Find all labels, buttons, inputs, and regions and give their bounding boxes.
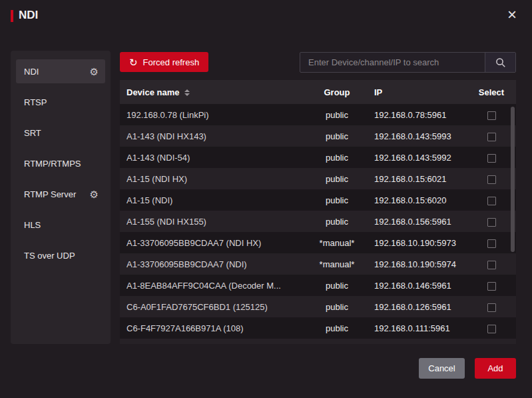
scrollbar-track[interactable] bbox=[511, 107, 515, 341]
row-checkbox[interactable] bbox=[487, 111, 496, 120]
sidebar-item-srt[interactable]: SRT bbox=[16, 117, 105, 148]
cell-ip: 192.168.0.156:5961 bbox=[374, 217, 475, 227]
header-device-name[interactable]: Device name bbox=[127, 87, 300, 97]
table-row: C6-F4F7927A166B971A (108) public 192.168… bbox=[120, 317, 516, 339]
sidebar-item-label: RTSP bbox=[24, 97, 47, 107]
row-checkbox[interactable] bbox=[487, 282, 496, 291]
gear-icon[interactable]: ⚙ bbox=[90, 67, 99, 77]
header-device-label: Device name bbox=[127, 87, 180, 97]
cell-device: A1-15 (NDI) bbox=[127, 195, 300, 205]
table-row: 192.168.0.78 (LinkPi) public 192.168.0.7… bbox=[120, 104, 516, 125]
cell-group: public bbox=[300, 195, 374, 205]
search-button[interactable] bbox=[485, 53, 515, 72]
cell-device: A1-33706095BB9CDAA7 (NDI) bbox=[127, 259, 300, 269]
sidebar-item-label: HLS bbox=[24, 220, 41, 230]
sort-icon[interactable] bbox=[184, 89, 190, 96]
table-row: A1-15 (NDI HX) public 192.168.0.15:6021 bbox=[120, 168, 516, 189]
table-row: A1-8EAB84AFF9C04CAA (Decoder M... public… bbox=[120, 275, 516, 296]
cell-ip: 192.168.10.190:5973 bbox=[374, 238, 475, 248]
cell-ip: 192.168.0.15:6020 bbox=[374, 195, 475, 205]
cell-ip: 192.168.0.126:5961 bbox=[374, 302, 475, 312]
cell-ip: 192.168.0.78:5961 bbox=[374, 110, 475, 120]
header-group: Group bbox=[300, 87, 374, 97]
row-checkbox[interactable] bbox=[487, 175, 496, 184]
table-body: 192.168.0.78 (LinkPi) public 192.168.0.7… bbox=[120, 104, 516, 339]
table-row: A1-143 (NDI HX143) public 192.168.0.143:… bbox=[120, 125, 516, 147]
search-input[interactable] bbox=[300, 53, 485, 72]
row-checkbox[interactable] bbox=[487, 325, 496, 333]
sidebar-item-hls[interactable]: HLS bbox=[16, 209, 105, 240]
row-checkbox[interactable] bbox=[487, 303, 496, 312]
sidebar: NDI ⚙ RTSP SRT RTMP/RTMPS RTMP Server ⚙ … bbox=[11, 51, 111, 344]
row-checkbox[interactable] bbox=[487, 218, 496, 227]
cell-group: public bbox=[300, 217, 374, 227]
refresh-icon: ↻ bbox=[129, 57, 138, 67]
search-icon bbox=[495, 57, 506, 68]
sidebar-item-label: SRT bbox=[24, 128, 41, 138]
header-ip: IP bbox=[374, 87, 475, 97]
cell-device: A1-33706095BB9CDAA7 (NDI HX) bbox=[127, 238, 300, 248]
row-checkbox[interactable] bbox=[487, 133, 496, 141]
title-accent-bar bbox=[11, 10, 13, 22]
cell-device: 192.168.0.78 (LinkPi) bbox=[127, 110, 300, 120]
cell-group: public bbox=[300, 110, 374, 120]
cell-ip: 192.168.0.143:5993 bbox=[374, 131, 475, 141]
row-checkbox[interactable] bbox=[487, 239, 496, 248]
table-row: C6-A0F1FAD7675CF6BD1 (125125) public 192… bbox=[120, 296, 516, 317]
sidebar-item-rtmp-server[interactable]: RTMP Server ⚙ bbox=[16, 179, 105, 209]
cell-device: A1-8EAB84AFF9C04CAA (Decoder M... bbox=[127, 281, 300, 291]
search-box bbox=[300, 52, 516, 73]
cell-ip: 192.168.0.143:5992 bbox=[374, 153, 475, 163]
cell-group: public bbox=[300, 281, 374, 291]
sidebar-item-rtsp[interactable]: RTSP bbox=[16, 87, 105, 117]
sidebar-item-label: RTMP Server bbox=[24, 189, 76, 199]
cell-group: public bbox=[300, 323, 374, 333]
row-checkbox[interactable] bbox=[487, 154, 496, 163]
cell-ip: 192.168.0.146:5961 bbox=[374, 281, 475, 291]
close-icon[interactable]: × bbox=[503, 5, 521, 24]
table-header-row: Device name Group IP Select bbox=[120, 80, 516, 104]
add-button[interactable]: Add bbox=[475, 358, 516, 379]
table-row: A1-33706095BB9CDAA7 (NDI) *manual* 192.1… bbox=[120, 253, 516, 275]
row-checkbox[interactable] bbox=[487, 197, 496, 205]
sidebar-item-ts-over-udp[interactable]: TS over UDP bbox=[16, 240, 105, 271]
header-select: Select bbox=[475, 87, 508, 97]
forced-refresh-button[interactable]: ↻ Forced refresh bbox=[120, 52, 208, 72]
gear-icon[interactable]: ⚙ bbox=[90, 189, 99, 199]
sidebar-item-label: NDI bbox=[24, 67, 39, 77]
cell-device: A1-15 (NDI HX) bbox=[127, 174, 300, 184]
scrollbar-thumb[interactable] bbox=[511, 107, 515, 252]
cell-group: public bbox=[300, 302, 374, 312]
cell-ip: 192.168.10.190:5974 bbox=[374, 259, 475, 269]
device-table: Device name Group IP Select 192.168.0.78… bbox=[120, 80, 516, 344]
table-row: A1-143 (NDI-54) public 192.168.0.143:599… bbox=[120, 147, 516, 168]
forced-refresh-label: Forced refresh bbox=[143, 57, 200, 67]
cell-ip: 192.168.0.15:6021 bbox=[374, 174, 475, 184]
cell-device: C6-F4F7927A166B971A (108) bbox=[127, 323, 300, 333]
cell-group: public bbox=[300, 131, 374, 141]
cell-device: C6-A0F1FAD7675CF6BD1 (125125) bbox=[127, 302, 300, 312]
cell-device: A1-155 (NDI HX155) bbox=[127, 217, 300, 227]
sidebar-item-ndi[interactable]: NDI ⚙ bbox=[16, 59, 105, 83]
cell-device: A1-143 (NDI HX143) bbox=[127, 131, 300, 141]
cell-group: public bbox=[300, 174, 374, 184]
table-row: A1-155 (NDI HX155) public 192.168.0.156:… bbox=[120, 211, 516, 232]
cell-group: *manual* bbox=[300, 259, 374, 269]
sidebar-item-rtmp-rtmps[interactable]: RTMP/RTMPS bbox=[16, 148, 105, 179]
row-checkbox[interactable] bbox=[487, 261, 496, 269]
cancel-button[interactable]: Cancel bbox=[419, 358, 465, 379]
dialog-title: NDI bbox=[19, 9, 38, 22]
sidebar-item-label: RTMP/RTMPS bbox=[24, 159, 81, 169]
partial-row bbox=[120, 339, 516, 344]
sidebar-item-label: TS over UDP bbox=[24, 251, 75, 261]
table-row: A1-15 (NDI) public 192.168.0.15:6020 bbox=[120, 189, 516, 211]
table-row: A1-33706095BB9CDAA7 (NDI HX) *manual* 19… bbox=[120, 232, 516, 253]
titlebar: NDI × bbox=[0, 0, 532, 32]
cell-group: *manual* bbox=[300, 238, 374, 248]
cell-group: public bbox=[300, 153, 374, 163]
cell-ip: 192.168.0.111:5961 bbox=[374, 323, 475, 333]
cell-device: A1-143 (NDI-54) bbox=[127, 153, 300, 163]
